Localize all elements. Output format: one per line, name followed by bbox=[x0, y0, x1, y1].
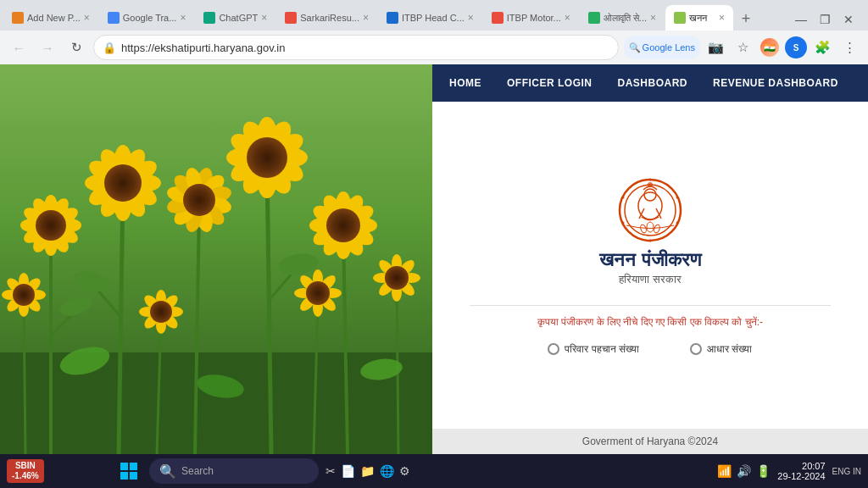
tab-3[interactable]: ChatGPT × bbox=[195, 5, 275, 30]
google-lens-button[interactable]: 🔍 Google Lens bbox=[624, 36, 700, 59]
bookmark-button[interactable]: ☆ bbox=[731, 36, 754, 59]
tab-7[interactable]: ओलावृति से... × bbox=[580, 5, 665, 30]
url-display: https://ekshatipurti.haryana.gov.in bbox=[121, 42, 609, 54]
taskbar-icon-chrome[interactable]: ⚙ bbox=[399, 464, 410, 478]
svg-point-33 bbox=[104, 164, 142, 202]
option-parivar[interactable]: परिवार पहचान संख्या bbox=[548, 343, 639, 355]
back-button[interactable]: ← bbox=[7, 36, 31, 59]
tab-favicon-1 bbox=[12, 12, 24, 24]
taskbar-right: 📶 🔊 🔋 20:07 29-12-2024 ENG IN bbox=[717, 461, 861, 481]
sbin-widget[interactable]: SBIN -1.46% bbox=[7, 459, 44, 483]
window-controls: — ❐ ✕ bbox=[785, 8, 865, 30]
address-bar[interactable]: 🔒 https://ekshatipurti.haryana.gov.in bbox=[93, 35, 619, 60]
svg-point-132 bbox=[622, 221, 625, 224]
svg-point-125 bbox=[648, 182, 653, 187]
nav-revenue-dashboard[interactable]: REVENUE DASHBOARD bbox=[713, 74, 838, 92]
taskbar-icon-file[interactable]: 📄 bbox=[341, 464, 355, 478]
toolbar-icons: 🔍 Google Lens 📷 ☆ 🇮🇳 S 🧩 ⋮ bbox=[624, 36, 861, 59]
tab-title-6: ITBP Motor... bbox=[507, 13, 561, 23]
windows-icon bbox=[119, 461, 139, 481]
reload-button[interactable]: ↻ bbox=[64, 36, 88, 59]
registration-options: परिवार पहचान संख्या आधार संख्या bbox=[548, 343, 752, 355]
sbin-value: -1.46% bbox=[12, 471, 39, 481]
hero-image-panel bbox=[0, 64, 432, 454]
start-button[interactable] bbox=[115, 458, 142, 485]
network-icon[interactable]: 📶 bbox=[717, 464, 732, 478]
svg-rect-139 bbox=[120, 472, 128, 480]
page-footer: Goverment of Haryana ©2024 bbox=[432, 429, 868, 454]
tab-close-8[interactable]: × bbox=[719, 12, 725, 24]
user-profile-button[interactable]: S bbox=[785, 36, 807, 58]
sunflower-svg bbox=[0, 64, 432, 454]
tab-close-4[interactable]: × bbox=[363, 12, 369, 24]
extensions-button[interactable]: 🧩 bbox=[810, 36, 834, 59]
browser-chrome: Add New P... × Google Tra... × ChatGPT ×… bbox=[0, 0, 868, 64]
right-panel: HOME OFFICER LOGIN DASHBOARD REVENUE DAS… bbox=[432, 64, 868, 454]
content-area: खनन पंजीकरण हरियाणा सरकार कृपया पंजीकरण … bbox=[432, 102, 868, 429]
taskbar-icon-scissors[interactable]: ✂ bbox=[326, 464, 336, 478]
tab-favicon-4 bbox=[285, 12, 297, 24]
forward-button[interactable]: → bbox=[36, 36, 59, 59]
tab-close-1[interactable]: × bbox=[84, 12, 90, 24]
svg-point-117 bbox=[385, 266, 409, 290]
tab-favicon-3 bbox=[203, 12, 215, 24]
tab-close-3[interactable]: × bbox=[261, 12, 267, 24]
tab-favicon-8 bbox=[674, 12, 686, 24]
search-text: Search bbox=[181, 465, 214, 477]
tab-4[interactable]: SarkariResu... × bbox=[276, 5, 377, 30]
tab-5[interactable]: ITBP Head C... × bbox=[378, 5, 482, 30]
clock-time: 20:07 bbox=[802, 461, 826, 471]
address-bar-row: ← → ↻ 🔒 https://ekshatipurti.haryana.gov… bbox=[0, 30, 868, 64]
taskbar-icon-edge[interactable]: 🌐 bbox=[380, 464, 394, 478]
option-aadhar[interactable]: आधार संख्या bbox=[690, 343, 752, 355]
tab-close-5[interactable]: × bbox=[468, 12, 474, 24]
close-button[interactable]: ✕ bbox=[837, 8, 860, 30]
tab-1[interactable]: Add New P... × bbox=[3, 5, 98, 30]
battery-icon[interactable]: 🔋 bbox=[756, 464, 771, 478]
sunflower-field bbox=[0, 64, 432, 454]
new-tab-button[interactable]: + bbox=[734, 7, 758, 30]
tab-2[interactable]: Google Tra... × bbox=[99, 5, 195, 30]
system-clock[interactable]: 20:07 29-12-2024 bbox=[777, 461, 825, 481]
language-indicator[interactable]: ENG IN bbox=[832, 467, 861, 476]
tab-6[interactable]: ITBP Motor... × bbox=[483, 5, 579, 30]
screenshot-button[interactable]: 📷 bbox=[704, 36, 727, 59]
tab-close-6[interactable]: × bbox=[565, 12, 570, 24]
profile-icon[interactable]: 🇮🇳 bbox=[758, 36, 782, 59]
tab-favicon-5 bbox=[387, 12, 398, 24]
taskbar-icon-explorer[interactable]: 📁 bbox=[360, 464, 375, 478]
svg-point-17 bbox=[36, 210, 66, 241]
instruction-text: कृपया पंजीकरण के लिए नीचे दिए गए किसी एक… bbox=[537, 316, 763, 328]
svg-point-97 bbox=[150, 301, 172, 323]
restore-button[interactable]: ❐ bbox=[814, 8, 836, 30]
svg-point-128 bbox=[649, 178, 652, 180]
main-content: HOME OFFICER LOGIN DASHBOARD REVENUE DAS… bbox=[0, 64, 868, 454]
svg-point-47 bbox=[183, 184, 215, 216]
lens-icon: 🔍 bbox=[629, 42, 641, 53]
taskbar-search[interactable]: 🔍 Search bbox=[149, 458, 319, 484]
tab-title-4: SarkariResu... bbox=[300, 13, 359, 23]
tab-close-2[interactable]: × bbox=[180, 12, 186, 24]
tab-8[interactable]: खनन × bbox=[665, 5, 733, 30]
nav-home[interactable]: HOME bbox=[449, 74, 481, 92]
tab-title-8: खनन bbox=[689, 13, 715, 24]
svg-line-78 bbox=[24, 302, 25, 454]
svg-rect-140 bbox=[130, 472, 137, 480]
svg-rect-138 bbox=[130, 463, 137, 470]
svg-point-131 bbox=[649, 239, 652, 241]
menu-button[interactable]: ⋮ bbox=[837, 36, 861, 59]
nav-officer-login[interactable]: OFFICER LOGIN bbox=[507, 74, 593, 92]
svg-point-123 bbox=[638, 192, 662, 219]
tab-close-7[interactable]: × bbox=[650, 12, 656, 24]
svg-point-63 bbox=[247, 137, 287, 178]
svg-point-77 bbox=[326, 208, 360, 242]
radio-aadhar-circle bbox=[690, 343, 702, 355]
tab-title-5: ITBP Head C... bbox=[402, 13, 465, 23]
minimize-button[interactable]: — bbox=[790, 8, 812, 30]
nav-dashboard[interactable]: DASHBOARD bbox=[618, 74, 688, 92]
option-aadhar-label: आधार संख्या bbox=[707, 343, 752, 355]
footer-text: Goverment of Haryana ©2024 bbox=[582, 435, 718, 447]
taskbar-left: SBIN -1.46% bbox=[7, 459, 108, 483]
volume-icon[interactable]: 🔊 bbox=[737, 464, 751, 478]
tab-favicon-6 bbox=[492, 12, 504, 24]
